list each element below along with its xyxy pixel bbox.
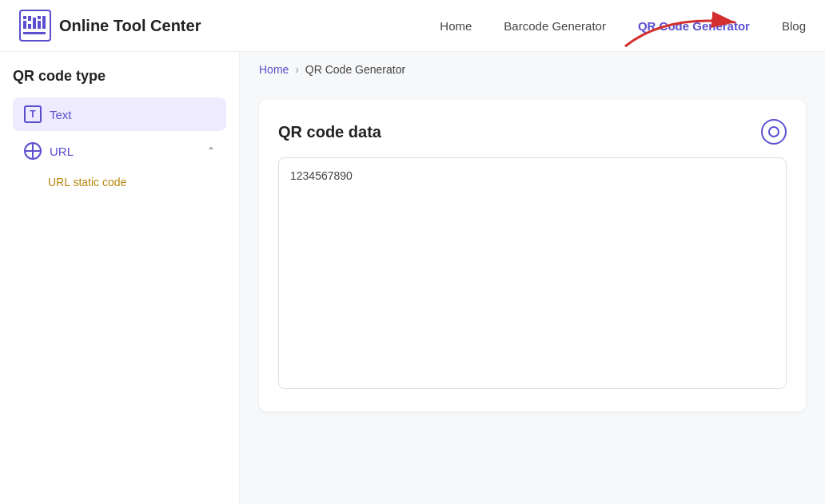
sidebar-title: QR code type [13,68,226,85]
main-content: Home › QR Code Generator QR code data 12… [240,52,825,504]
qr-section-header: QR code data [278,119,787,145]
nav-home[interactable]: Home [440,19,472,33]
logo-icon [19,10,51,42]
svg-rect-8 [38,21,41,29]
breadcrumb-separator: › [295,63,299,76]
url-static-code-link[interactable]: URL static code [13,171,226,193]
qr-section-title: QR code data [278,123,381,141]
sidebar-item-text[interactable]: T Text [13,97,226,131]
text-type-icon: T [24,105,42,123]
logo-text: Online Tool Center [59,17,201,35]
qr-settings-icon[interactable] [761,119,787,145]
svg-rect-6 [33,18,36,29]
logo-area: Online Tool Center [19,10,201,42]
main-nav: Home Barcode Generator QR Code Generator… [440,19,806,33]
sidebar-item-url-label: URL [50,145,74,158]
svg-rect-3 [23,21,26,29]
breadcrumb-current: QR Code Generator [305,63,405,76]
nav-blog[interactable]: Blog [782,19,806,33]
sidebar: QR code type T Text URL ⌃ URL static cod… [0,52,240,504]
breadcrumb-home[interactable]: Home [259,63,289,76]
svg-rect-7 [38,16,41,19]
breadcrumb: Home › QR Code Generator [240,52,825,87]
layout: QR code type T Text URL ⌃ URL static cod… [0,52,825,504]
sidebar-item-url[interactable]: URL ⌃ [13,134,226,168]
svg-rect-9 [42,16,46,29]
chevron-down-icon: ⌃ [207,145,215,157]
qr-data-textarea[interactable]: 1234567890 [278,157,787,389]
svg-rect-10 [23,32,46,34]
url-type-icon [24,142,42,160]
svg-rect-2 [23,16,26,19]
qr-code-section: QR code data 1234567890 [259,100,806,411]
svg-rect-5 [28,24,31,29]
sidebar-item-text-label: Text [50,108,72,121]
header: Online Tool Center Home Barcode Generato… [0,0,825,52]
nav-barcode[interactable]: Barcode Generator [504,19,606,33]
nav-qr-code[interactable]: QR Code Generator [638,19,750,33]
svg-rect-4 [28,16,31,21]
